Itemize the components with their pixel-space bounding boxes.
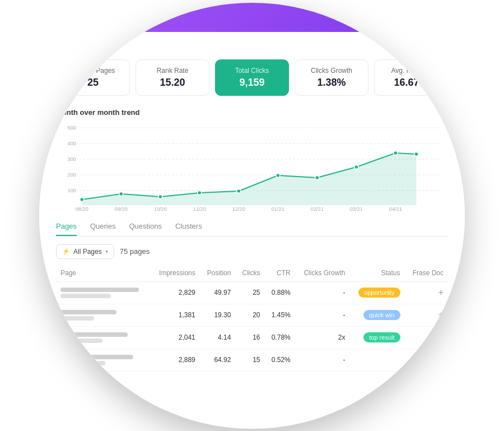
- col-header-frase-doc: Frase Doc: [405, 267, 448, 282]
- svg-text:10/20: 10/20: [154, 206, 167, 212]
- browser-chrome: ▾: [39, 3, 465, 32]
- col-header-clicks: Clicks: [235, 267, 264, 282]
- page-lines: [60, 355, 146, 365]
- cell-clicks: 16: [235, 326, 264, 349]
- col-header-status: Status: [349, 267, 404, 282]
- chart-title: Month over month trend: [56, 108, 448, 117]
- page-lines: [60, 310, 146, 321]
- svg-text:200: 200: [68, 172, 76, 178]
- page-line-2: [60, 294, 111, 298]
- svg-text:300: 300: [68, 156, 76, 162]
- col-header-page: Page: [56, 267, 151, 282]
- cell-clicks: 20: [235, 304, 264, 326]
- tab-queries[interactable]: Queries: [90, 222, 116, 236]
- svg-point-16: [315, 175, 319, 179]
- metric-rank-rate-label: Rank Rate: [144, 67, 201, 75]
- svg-text:11/20: 11/20: [193, 206, 206, 212]
- svg-point-12: [158, 194, 162, 198]
- chart-svg: 500 400 300 200 100: [56, 122, 448, 212]
- metric-clicks-growth[interactable]: Clicks Growth 1.38%: [295, 59, 368, 96]
- cell-clicks_growth: -: [295, 304, 350, 326]
- cell-status: [349, 349, 404, 371]
- filter-dropdown[interactable]: ⚡ All Pages ▾: [56, 244, 114, 259]
- cell-ctr: 1.45%: [265, 304, 295, 326]
- filter-row: ⚡ All Pages ▾ 75 pages: [56, 244, 448, 259]
- svg-text:400: 400: [68, 141, 76, 146]
- metric-ranked-pages-value: 25: [64, 77, 122, 89]
- svg-point-18: [394, 151, 398, 155]
- metric-avg-ranking[interactable]: Avg. Ranking 16.67%: [374, 59, 448, 96]
- cell-page: [56, 326, 151, 349]
- metric-rank-rate-value: 15.20: [144, 77, 201, 89]
- metric-rank-rate[interactable]: Rank Rate 15.20: [136, 59, 209, 96]
- svg-point-11: [119, 192, 123, 196]
- cell-page: [56, 281, 151, 304]
- cell-position: 4.14: [200, 326, 236, 349]
- cell-frase-doc[interactable]: +: [405, 349, 448, 371]
- cell-frase-doc[interactable]: +: [405, 326, 448, 349]
- svg-point-19: [414, 152, 418, 156]
- cell-ctr: 0.78%: [265, 326, 295, 349]
- metric-avg-ranking-value: 16.67%: [382, 77, 440, 89]
- cell-frase-doc[interactable]: +: [405, 281, 448, 304]
- address-bar-arrow: ▾: [143, 14, 146, 20]
- svg-text:12/20: 12/20: [232, 206, 245, 212]
- svg-text:01/21: 01/21: [272, 206, 284, 212]
- col-header-impressions: Impressions: [151, 267, 200, 282]
- page-lines: [60, 288, 146, 298]
- cell-status: top result: [349, 326, 404, 349]
- cell-position: 19.30: [200, 304, 236, 326]
- col-header-clicks-growth: Clicks Growth: [295, 267, 350, 282]
- svg-text:500: 500: [68, 125, 76, 131]
- svg-text:100: 100: [68, 188, 76, 193]
- table-row: 1,38119.30201.45%-quick win+: [56, 304, 448, 326]
- add-frase-doc-button[interactable]: +: [438, 332, 444, 342]
- address-bar[interactable]: ▾: [50, 10, 151, 25]
- metric-total-clicks[interactable]: Total Clicks 9,159: [215, 59, 289, 96]
- metric-ranked-pages[interactable]: Ranked Pages 25: [56, 59, 130, 96]
- add-frase-doc-button[interactable]: +: [438, 310, 444, 319]
- svg-text:09/20: 09/20: [115, 206, 128, 212]
- cell-impressions: 2,829: [151, 281, 200, 304]
- filter-arrow: ▾: [105, 248, 108, 254]
- metric-total-clicks-value: 9,159: [223, 77, 281, 89]
- svg-text:03/21: 03/21: [350, 206, 363, 212]
- cell-frase-doc[interactable]: +: [405, 304, 448, 326]
- svg-point-13: [198, 191, 202, 194]
- table-row: 2,0414.14160.78%2xtop result+: [56, 326, 448, 349]
- metric-avg-ranking-label: Avg. Ranking: [382, 67, 440, 75]
- cell-status: opportunity: [349, 281, 404, 304]
- add-frase-doc-button[interactable]: +: [438, 288, 444, 297]
- status-badge: opportunity: [358, 288, 400, 298]
- svg-text:08/20: 08/20: [76, 206, 88, 212]
- tab-clusters[interactable]: Clusters: [175, 222, 202, 236]
- filter-label: All Pages: [73, 248, 102, 256]
- page-lines: [60, 332, 146, 343]
- page-line-1: [60, 288, 139, 292]
- svg-text:02/21: 02/21: [311, 206, 324, 212]
- cell-clicks: 25: [235, 281, 264, 304]
- metric-clicks-growth-label: Clicks Growth: [303, 67, 360, 75]
- app-window: ▾ Last 28 days Ranked Pages 25 Rank Rate…: [39, 3, 465, 429]
- cell-clicks_growth: -: [295, 349, 350, 371]
- cell-clicks: 15: [235, 349, 264, 371]
- cell-status: quick win: [349, 304, 404, 326]
- tab-questions[interactable]: Questions: [129, 222, 162, 236]
- tab-pages[interactable]: Pages: [56, 222, 77, 236]
- cell-impressions: 1,381: [151, 304, 200, 326]
- period-label: Last 28 days: [56, 43, 448, 52]
- cell-page: [56, 304, 151, 326]
- cell-clicks_growth: 2x: [295, 326, 350, 349]
- tabs-row: Pages Queries Questions Clusters: [56, 222, 448, 237]
- cell-page: [56, 349, 151, 371]
- page-line-1: [60, 310, 116, 314]
- status-badge: top result: [363, 332, 400, 342]
- filter-icon: ⚡: [62, 248, 70, 255]
- content-area: Last 28 days Ranked Pages 25 Rank Rate 1…: [39, 32, 465, 429]
- svg-point-14: [237, 189, 241, 193]
- page-line-2: [60, 316, 94, 321]
- table-row: 2,88964.92150.52%-+: [56, 349, 448, 371]
- add-frase-doc-button[interactable]: +: [438, 355, 444, 364]
- cell-ctr: 0.52%: [265, 349, 295, 371]
- svg-point-17: [354, 165, 358, 169]
